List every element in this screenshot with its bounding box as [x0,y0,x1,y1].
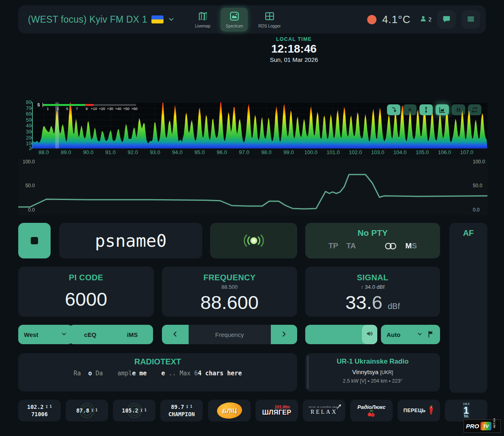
spectrum-x-tick: 99.0 [280,149,298,155]
broadcast-pulse-icon [242,233,266,249]
frequency-step-up-button[interactable] [271,325,298,344]
spectrum-x-tick: 105.0 [413,149,431,155]
watermark-pro: PRO [466,423,479,430]
s-meter-tick: 1 [43,107,53,111]
eq-ims-toggle[interactable]: cEQ iMS [69,325,153,344]
clock-label: LOCAL TIME [241,36,347,42]
s-meter: S13579+10+20+30+40+50+60 [37,102,139,112]
radiotext-label: RADIOTEXT [18,357,297,366]
cherries-icon [367,410,376,417]
record-stop-button[interactable] [18,223,51,258]
station-logo-card[interactable]: 105.21 [113,400,155,421]
ps-name-panel: psname0 [59,223,202,258]
station-logo-card[interactable]: 87.81 [66,400,108,421]
signal-peak: ↑ 34.0 dBf [305,284,440,290]
station-logo-card[interactable]: 101.9fmШЛЯГЕР [255,400,298,421]
top-bar: (WEST focus) Kyiv FM DX 1 Livemap Spectr… [18,5,486,34]
ims-toggle-label: iMS [127,331,138,338]
nav-livemap-button[interactable]: Livemap [190,8,215,32]
signal-value: 33.6 dBf [305,291,440,313]
local-clock: LOCAL TIME 12:18:46 Sun, 01 Mar 2026 [241,36,347,63]
station-logo-card[interactable]: ПЕРЕЦЬ [398,400,440,421]
nav-spectrum-button[interactable]: Spectrum [221,8,248,32]
server-title-dropdown[interactable]: (WEST focus) Kyiv FM DX 1 [28,14,175,25]
spectrum-x-tick: 95.0 [191,149,208,155]
station-info-panel: UR-1 Ukrainske Radio Vinnytsya [UKR] 2.5… [305,353,440,392]
listener-count-value: 2 [428,16,432,23]
antenna-icon [139,408,144,413]
chat-icon [442,15,451,23]
spectrum-x-tick: 103.0 [369,149,387,155]
watermark-tv-icon: TV [481,422,491,430]
station-logo-card[interactable]: РадіоЛюкс [350,400,393,421]
spectrum-tool-arrow-down-curve-button[interactable] [387,104,400,115]
protv-watermark[interactable]: PRO TV NET.UA [464,419,501,433]
spectrum-tool-refresh-button[interactable] [468,104,481,115]
watermark-domain: NET.UA [493,425,495,428]
person-icon [419,15,427,23]
letter-a-icon: A [406,106,414,114]
chat-button[interactable] [437,10,456,29]
af-list-panel: AF [449,223,487,393]
station-list-scrollbar[interactable] [307,356,309,389]
spectrum-x-tick: 94.0 [168,149,186,155]
clock-time: 12:18:46 [241,42,347,55]
table-grid-icon [264,11,275,21]
radiotext-value: Ra o Da ample me e .. Max 64 chars here [18,370,297,377]
pty-value: No PTY [305,228,440,238]
clock-date: Sun, 01 Mar 2026 [241,56,347,63]
station-logo-card[interactable]: 102.2171006 [18,400,61,421]
spectrum-x-tick: 97.0 [235,149,253,155]
volume-slider[interactable] [305,325,377,344]
antenna-select[interactable]: West [18,325,73,344]
hummingbird-icon [336,404,342,410]
stereo-icon [384,242,397,250]
signal-axis-tick-right: 50.0 [473,183,491,188]
spectrum-tool-arrows-vertical-button[interactable] [419,104,433,115]
ta-flag: TA [346,241,356,250]
pi-code-label: PI CODE [18,273,154,282]
station-logo-card[interactable]: 89.71CHAMPION [160,400,203,421]
ukraine-flag-icon [151,15,164,23]
main-nav: Livemap Spectrum RDS Logger [190,8,286,32]
rds-status-panel: No PTY TP TA MS [305,223,440,258]
spectrum-tool-letter-a-button[interactable]: A [403,104,417,115]
signal-axis-tick-left: 50.0 [16,183,35,188]
refresh-icon [471,106,478,114]
station-location: Vinnytsya [UKR] [305,368,440,375]
antenna-select-value: West [24,331,38,338]
spectrum-x-tick: 96.0 [213,149,231,155]
station-logo-card[interactable]: легке та спокійне радіоRELAX [303,400,345,421]
arrow-down-curve-icon [390,106,398,114]
volume-handle[interactable] [362,325,377,344]
flag-icon [427,330,435,338]
frequency-step-down-button[interactable] [162,325,189,344]
spectrum-x-tick: 107.0 [458,149,476,155]
frequency-input[interactable] [189,325,271,344]
spectrum-x-tick: 106.0 [436,149,453,155]
signal-axis-tick-right: 100.0 [473,159,491,165]
watermark-dots: ···· [464,416,470,419]
listener-count: 2 [419,15,432,24]
spectrum-x-tick: 101.0 [324,149,342,155]
spectrum-x-tick: 88.0 [35,149,53,155]
s-meter-green-bar [43,104,85,106]
spectrum-tool-pause-button[interactable] [452,104,465,115]
spectrum-x-tick: 90.0 [79,149,97,155]
nav-rds-logger-label: RDS Logger [258,24,281,28]
signal-axis-tick-right: 0.0 [473,207,491,213]
menu-button[interactable] [461,10,480,29]
signal-unit: dBf [388,302,400,311]
spectrum-x-tick: 91.0 [102,149,119,155]
eq-toggle-label: cEQ [84,331,96,338]
spectrum-x-tick: 100.0 [302,149,320,155]
report-flag-button[interactable] [421,325,440,344]
frequency-value: 88.600 [162,291,297,313]
frequency-panel[interactable]: FREQUENCY 88.500 88.600 [162,267,297,317]
station-logo-card[interactable]: БЛІЦ [208,400,251,421]
spectrum-tool-chart-area-button[interactable] [436,104,449,115]
station-details: 2.5 kW [V] ▪ 204 km ▪ 223° [305,378,440,384]
nav-rds-logger-button[interactable]: RDS Logger [253,8,285,32]
spectrum-toolbar: A [387,104,481,115]
spectrum-x-tick: 93.0 [146,149,164,155]
